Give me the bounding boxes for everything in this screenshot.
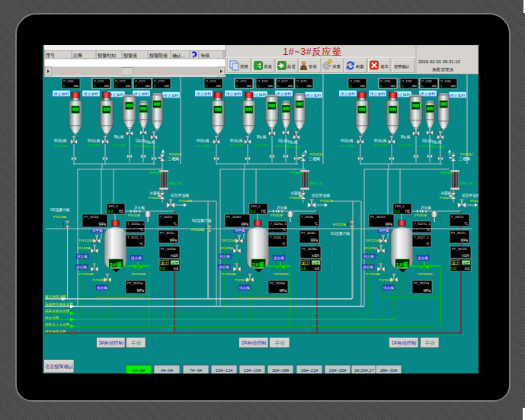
svg-text:FY5227A: FY5227A (333, 223, 346, 226)
svg-text:ISY0215E: ISY0215E (431, 145, 445, 149)
svg-text:MPa: MPa (137, 289, 145, 293)
svg-text:PT_3226e: PT_3226e (226, 215, 242, 219)
svg-text:3XX_h: 3XX_h (108, 204, 119, 208)
svg-text:PT_3225c: PT_3225c (160, 231, 175, 235)
svg-text:HZ: HZ (119, 210, 123, 213)
svg-text:2#自动控制: 2#自动控制 (242, 340, 267, 346)
svg-text:T_3226c: T_3226c (301, 215, 315, 219)
svg-text:报警值: 报警值 (123, 53, 137, 59)
svg-text:4#~6#: 4#~6# (161, 368, 174, 373)
svg-text:I7_3274: I7_3274 (206, 80, 216, 83)
svg-text:T_3227_1: T_3227_1 (414, 236, 429, 239)
svg-text:TVY5220B: TVY5220B (78, 239, 94, 242)
svg-text:3#自动控制: 3#自动控制 (98, 340, 123, 346)
svg-text:手动: 手动 (275, 340, 285, 345)
svg-text:28#~30#: 28#~30# (380, 368, 399, 373)
svg-text:冷凝阀: 冷凝阀 (149, 191, 161, 196)
svg-text:T_3225_1: T_3225_1 (127, 236, 142, 239)
svg-text:MPa: MPa (311, 239, 319, 242)
svg-text:循环回水: 循环回水 (290, 171, 304, 175)
svg-text:mm: mm (432, 85, 437, 88)
svg-text:MPa: MPa (461, 239, 469, 242)
svg-text:设置: 设置 (332, 64, 341, 69)
svg-text:应急管道阀: 应急管道阀 (312, 193, 330, 198)
svg-text:ISY0215E: ISY0215E (287, 145, 301, 149)
svg-text:N2流量计阀: N2流量计阀 (50, 207, 70, 213)
svg-text:13#~15#: 13#~15# (244, 368, 262, 373)
svg-text:停止加料: 停止加料 (340, 91, 356, 97)
svg-text:℃: ℃ (173, 222, 177, 226)
svg-text:PT_3227c: PT_3227c (451, 231, 466, 235)
svg-text:循环上水: 循环上水 (459, 181, 473, 185)
svg-text:K2流量计阀: K2流量计阀 (331, 231, 350, 236)
svg-text:0.0: 0.0 (301, 267, 306, 271)
svg-text:mm: mm (216, 85, 221, 88)
svg-text:停止加料: 停止加料 (420, 91, 436, 97)
svg-text:I7_3276: I7_3276 (258, 80, 268, 83)
svg-text:PT_3227e: PT_3227e (370, 215, 386, 219)
svg-text:T_3226a_1: T_3226a_1 (270, 222, 287, 226)
svg-text:切换: 切换 (240, 64, 248, 69)
svg-text:登录: 登录 (309, 64, 317, 69)
svg-text:手动: 手动 (425, 340, 435, 345)
svg-text:ISY024AE: ISY024AE (341, 144, 355, 148)
svg-text:1#~3#: 1#~3# (133, 368, 146, 373)
svg-text:TVY5226B: TVY5226B (78, 272, 94, 276)
svg-text:I7_3281: I7_3281 (380, 80, 391, 83)
svg-text:停止加料: 停止加料 (133, 91, 149, 97)
svg-text:I7_3282: I7_3282 (402, 80, 412, 83)
svg-text:MPa: MPa (99, 223, 107, 226)
svg-text:1XX_h: 1XX_h (395, 204, 405, 208)
svg-text:0.0: 0.0 (108, 210, 114, 213)
svg-text:ISY024AE: ISY024AE (54, 144, 69, 148)
svg-text:mm: mm (74, 85, 78, 88)
svg-text:HZ: HZ (405, 210, 410, 213)
svg-text:ISY0213E: ISY0213E (254, 143, 268, 147)
svg-text:TVY5220B: TVY5220B (365, 239, 380, 242)
svg-text:1#釜: 1#釜 (396, 261, 409, 268)
svg-text:mm: mm (165, 85, 169, 88)
svg-text:19#~21#: 19#~21# (301, 368, 319, 373)
svg-text:T_3227a_1: T_3227a_1 (414, 222, 431, 226)
svg-text:停止加料: 停止加料 (276, 91, 292, 97)
svg-text:循环上水: 循环上水 (168, 181, 182, 185)
svg-text:循环上水: 循环上水 (309, 181, 323, 185)
svg-text:mm: mm (391, 85, 395, 88)
svg-text:mm: mm (126, 85, 130, 88)
svg-text:停止加料: 停止加料 (83, 91, 99, 97)
svg-text:冷凝阀: 冷凝阀 (290, 191, 302, 196)
svg-text:累计: 累计 (161, 261, 168, 265)
svg-text:TVY5226D: TVY5226D (418, 272, 433, 276)
svg-text:PT_3227d: PT_3227d (414, 281, 429, 285)
svg-text:mm: mm (412, 85, 417, 88)
svg-text:0.0: 0.0 (395, 210, 400, 213)
svg-text:ISY0213E: ISY0213E (399, 143, 412, 147)
svg-text:冷凝阀: 冷凝阀 (440, 191, 452, 196)
svg-text:停止加料: 停止加料 (196, 91, 212, 97)
svg-text:0.0: 0.0 (451, 267, 456, 271)
svg-text:T_3225a_1: T_3225a_1 (127, 222, 144, 226)
svg-text:系统管理员: 系统管理员 (431, 67, 453, 72)
svg-text:FT_3225b: FT_3225b (161, 247, 176, 251)
svg-text:TVY5220C: TVY5220C (92, 278, 107, 282)
svg-text:报警时刻: 报警时刻 (97, 53, 116, 59)
svg-text:循环回水: 循环回水 (149, 171, 163, 175)
svg-text:FY5225A: FY5225A (78, 246, 91, 250)
svg-text:I7_3277: I7_3277 (277, 80, 288, 83)
svg-text:等级: 等级 (200, 53, 210, 58)
svg-text:MPa: MPa (386, 223, 393, 226)
svg-text:16#~18#: 16#~18# (272, 368, 290, 373)
svg-text:手动: 手动 (131, 340, 141, 345)
svg-text:刷新: 刷新 (355, 64, 364, 69)
svg-text:PT_3226c: PT_3226c (301, 231, 316, 235)
svg-text:I7_3272: I7_3272 (135, 80, 146, 83)
svg-text:TVY5226B: TVY5226B (221, 272, 236, 276)
svg-text:I7_3284: I7_3284 (440, 80, 451, 83)
svg-text:2016-02-01 09:31:10: 2016-02-01 09:31:10 (418, 59, 460, 64)
svg-text:2XX_h: 2XX_h (251, 204, 261, 208)
svg-text:℃: ℃ (314, 222, 318, 226)
svg-text:℃: ℃ (282, 242, 286, 246)
svg-text:mm: mm (307, 85, 312, 88)
svg-text:PY5022E: PY5022E (271, 214, 283, 217)
svg-text:10#~12#: 10#~12# (216, 368, 234, 373)
